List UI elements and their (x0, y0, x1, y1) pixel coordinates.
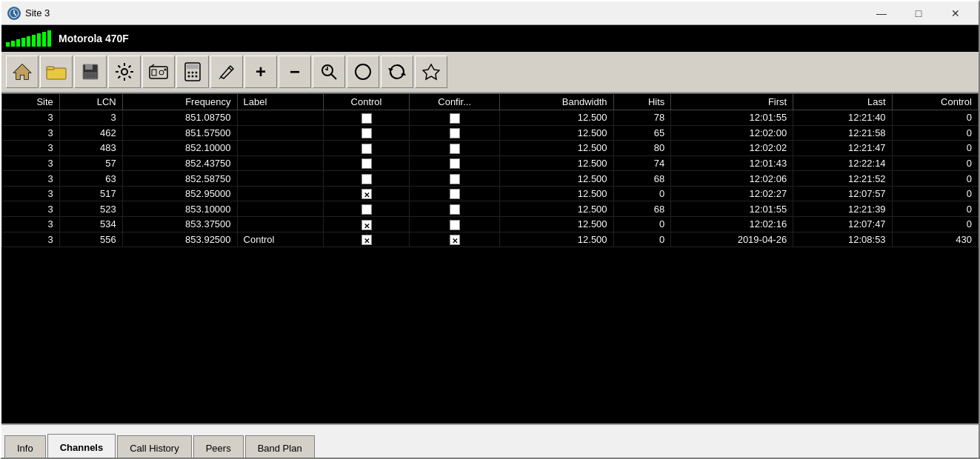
svg-marker-39 (423, 64, 439, 79)
save-button[interactable] (74, 56, 107, 88)
cell-control (323, 201, 409, 217)
cell-hits: 65 (613, 125, 671, 141)
table-row[interactable]: 3 462 851.57500 12.500 65 12:02:00 12:21… (2, 125, 979, 141)
cell-controlval: 0 (892, 125, 978, 141)
tab-info[interactable]: Info (4, 435, 46, 459)
confirm-checkbox[interactable] (450, 113, 460, 124)
confirm-checkbox[interactable] (450, 204, 460, 215)
cell-site: 3 (2, 232, 60, 247)
calculator-button[interactable] (176, 56, 209, 88)
device-name: Motorola 470F (59, 33, 129, 44)
confirm-checkbox[interactable] (450, 235, 460, 245)
refresh-icon (387, 62, 407, 81)
col-first: First (671, 94, 793, 110)
table-row[interactable]: 3 57 852.43750 12.500 74 12:01:43 12:22:… (2, 155, 979, 171)
tab-call-history[interactable]: Call History (117, 435, 191, 459)
control-checkbox[interactable] (361, 174, 372, 184)
table-row[interactable]: 3 523 853.10000 12.500 68 12:01:55 12:21… (2, 201, 979, 217)
confirm-checkbox[interactable] (450, 128, 460, 138)
cell-confirm (410, 216, 500, 232)
tab-band-plan[interactable]: Band Plan (245, 435, 315, 459)
cell-last: 12:22:14 (793, 155, 892, 171)
signal-bar-7 (37, 33, 41, 47)
cell-control (323, 110, 409, 126)
settings-button[interactable] (108, 56, 141, 88)
cell-lcn: 3 (59, 110, 122, 126)
cell-lcn: 462 (59, 125, 122, 141)
circle-button[interactable] (347, 56, 379, 88)
cell-lcn: 57 (59, 155, 122, 171)
cell-control (323, 232, 409, 247)
confirm-checkbox[interactable] (450, 220, 460, 230)
minimize-button[interactable]: — (864, 4, 899, 22)
cell-hits: 0 (613, 232, 671, 247)
table-row[interactable]: 3 483 852.10000 12.500 80 12:02:02 12:21… (2, 141, 979, 156)
tab-channels[interactable]: Channels (47, 434, 116, 459)
cell-confirm (410, 110, 500, 126)
table-wrapper[interactable]: Site LCN Frequency Label Control Confir.… (1, 93, 979, 423)
radio-button[interactable] (142, 56, 175, 88)
confirm-checkbox[interactable] (450, 174, 460, 184)
control-checkbox[interactable] (361, 220, 372, 230)
cell-site: 3 (2, 155, 60, 171)
control-checkbox[interactable] (361, 235, 372, 245)
toolbar: + − (1, 52, 979, 93)
maximize-button[interactable]: □ (901, 4, 936, 22)
cell-label (237, 216, 323, 232)
channels-table: Site LCN Frequency Label Control Confir.… (1, 93, 979, 247)
cell-site: 3 (2, 186, 60, 201)
signal-bar-8 (42, 32, 46, 47)
control-checkbox[interactable] (361, 113, 372, 124)
control-checkbox[interactable] (361, 144, 372, 154)
svg-line-30 (228, 67, 232, 70)
signal-bars (6, 30, 51, 47)
svg-marker-2 (14, 64, 30, 79)
table-row[interactable]: 3 556 853.92500 Control 12.500 0 2019-04… (2, 232, 979, 247)
control-checkbox[interactable] (361, 158, 372, 169)
cell-lcn: 523 (59, 201, 122, 217)
svg-rect-23 (187, 64, 199, 69)
control-checkbox[interactable] (361, 128, 372, 138)
cell-site: 3 (2, 141, 60, 156)
cell-label (237, 186, 323, 201)
home-button[interactable] (6, 56, 39, 88)
add-button[interactable]: + (244, 56, 277, 88)
search-icon (320, 63, 338, 81)
status-bar: Motorola 470F (1, 25, 979, 52)
remove-button[interactable]: − (279, 56, 311, 88)
cell-bandwidth: 12.500 (500, 110, 613, 126)
close-button[interactable]: ✕ (939, 4, 973, 22)
refresh-button[interactable] (381, 56, 413, 88)
cell-bandwidth: 12.500 (500, 141, 613, 156)
edit-icon (217, 62, 236, 81)
cell-controlval: 0 (892, 171, 978, 187)
cell-bandwidth: 12.500 (500, 155, 613, 171)
folder-button[interactable] (40, 56, 73, 88)
table-row[interactable]: 3 3 851.08750 12.500 78 12:01:55 12:21:4… (2, 110, 979, 126)
cell-first: 2019-04-26 (671, 232, 793, 247)
edit-button[interactable] (210, 56, 243, 88)
cell-hits: 0 (613, 186, 671, 201)
svg-point-29 (196, 76, 198, 78)
cell-bandwidth: 12.500 (500, 186, 613, 201)
signal-bar-4 (21, 38, 25, 47)
confirm-checkbox[interactable] (450, 189, 460, 199)
cell-hits: 0 (613, 216, 671, 232)
control-checkbox[interactable] (361, 189, 372, 199)
star-button[interactable] (415, 56, 447, 88)
cell-label (237, 110, 323, 126)
confirm-checkbox[interactable] (450, 144, 460, 154)
cell-site: 3 (2, 171, 60, 187)
confirm-checkbox[interactable] (450, 158, 460, 169)
table-row[interactable]: 3 534 853.37500 12.500 0 12:02:16 12:07:… (2, 216, 979, 232)
search-button[interactable] (313, 56, 345, 88)
table-row[interactable]: 3 517 852.95000 12.500 0 12:02:27 12:07:… (2, 186, 979, 201)
svg-line-14 (129, 76, 131, 78)
cell-control (323, 155, 409, 171)
cell-label (237, 125, 323, 141)
table-row[interactable]: 3 63 852.58750 12.500 68 12:02:06 12:21:… (2, 171, 979, 187)
control-checkbox[interactable] (361, 204, 372, 215)
tab-peers[interactable]: Peers (193, 435, 244, 459)
main-content: Site LCN Frequency Label Control Confir.… (1, 93, 979, 423)
svg-point-20 (159, 70, 164, 75)
